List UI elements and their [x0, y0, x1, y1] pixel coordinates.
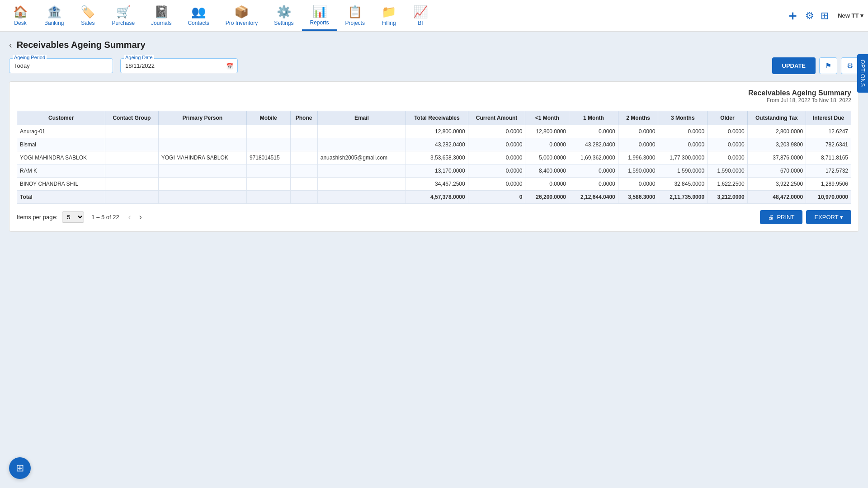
settings-icon: ⚙️: [277, 5, 291, 19]
table-cell: 3,922.2500: [747, 178, 806, 191]
nav-item-settings[interactable]: ⚙️ Settings: [266, 1, 302, 30]
table-cell: [317, 125, 406, 138]
tenant-selector[interactable]: New TT ▾: [838, 12, 863, 19]
table-cell: 2,800.0000: [747, 125, 806, 138]
table-cell: 9718014515: [246, 151, 290, 164]
table-cell: 0.0000: [468, 151, 525, 164]
total-receivables-val: 4,57,378.0000: [406, 191, 468, 204]
nav-item-desk[interactable]: 🏠 Desk: [5, 1, 36, 30]
table-cell: 0.0000: [569, 178, 618, 191]
table-cell: 12,800.0000: [525, 125, 569, 138]
nav-item-filling[interactable]: 📁 Filling: [373, 1, 405, 30]
total-interest-due-val: 10,970.0000: [806, 191, 851, 204]
desk-icon: 🏠: [13, 5, 28, 19]
total-email: [317, 191, 406, 204]
contacts-icon: 👥: [191, 5, 206, 19]
items-per-page-select[interactable]: 5 10 25: [62, 211, 84, 223]
top-navigation: 🏠 Desk 🏦 Banking 🏷️ Sales 🛒 Purchase 📓 J…: [0, 0, 868, 32]
col-header-interest-due: Interest Due: [806, 111, 851, 125]
table-row: RAM K13,170.00000.00008,400.00000.00001,…: [17, 164, 851, 178]
table-cell: YOGI MAHINDRA SABLOK: [158, 151, 246, 164]
sales-icon: 🏷️: [80, 5, 95, 19]
table-cell: [246, 125, 290, 138]
table-cell: [317, 164, 406, 178]
nav-label-projects: Projects: [345, 20, 365, 26]
table-cell: 0.0000: [468, 178, 525, 191]
calendar-icon[interactable]: 📅: [226, 62, 233, 69]
next-page-button[interactable]: ›: [137, 212, 144, 222]
ageing-date-label: Ageing Date: [124, 55, 154, 60]
table-cell: 0.0000: [618, 138, 658, 151]
add-button[interactable]: ＋: [786, 7, 799, 24]
table-cell: RAM K: [17, 164, 105, 178]
report-title: Receivables Ageing Summary: [17, 89, 851, 97]
table-cell: [290, 164, 317, 178]
nav-label-sales: Sales: [81, 20, 94, 26]
grid-view-icon[interactable]: ⊞: [821, 10, 829, 22]
table-cell: [317, 138, 406, 151]
page-info: 1 – 5 of 22: [91, 214, 119, 221]
nav-item-journals[interactable]: 📓 Journals: [143, 1, 179, 30]
update-button[interactable]: UPDATE: [772, 57, 816, 74]
nav-item-projects[interactable]: 📋 Projects: [337, 1, 373, 30]
table-cell: 0.0000: [569, 125, 618, 138]
print-button[interactable]: 🖨 PRINT: [760, 210, 802, 224]
nav-item-sales[interactable]: 🏷️ Sales: [72, 1, 104, 30]
nav-item-pro-inventory[interactable]: 📦 Pro Inventory: [217, 1, 266, 30]
export-actions: 🖨 PRINT EXPORT ▾: [760, 210, 851, 224]
nav-label-journals: Journals: [151, 20, 171, 26]
col-header-mobile: Mobile: [246, 111, 290, 125]
banking-icon: 🏦: [47, 5, 61, 19]
nav-item-contacts[interactable]: 👥 Contacts: [179, 1, 217, 30]
receivables-table: Customer Contact Group Primary Person Mo…: [17, 111, 851, 204]
ageing-date-input[interactable]: [120, 58, 238, 73]
nav-label-bi: BI: [418, 20, 423, 26]
reports-icon: 📊: [312, 5, 327, 19]
settings-gear-icon[interactable]: ⚙: [805, 10, 814, 22]
prev-page-button[interactable]: ‹: [127, 212, 133, 222]
filter-icon-button[interactable]: ⚑: [819, 57, 837, 74]
table-cell: [290, 125, 317, 138]
table-cell: 13,170.0000: [406, 164, 468, 178]
ageing-period-filter: Ageing Period Today: [9, 58, 113, 73]
nav-item-bi[interactable]: 📈 BI: [405, 1, 436, 30]
nav-label-purchase: Purchase: [112, 20, 135, 26]
export-button[interactable]: EXPORT ▾: [806, 210, 851, 224]
nav-label-banking: Banking: [44, 20, 64, 26]
table-cell: 8,711.8165: [806, 151, 851, 164]
table-cell: [290, 138, 317, 151]
table-cell: [158, 125, 246, 138]
col-header-lt1month: <1 Month: [525, 111, 569, 125]
table-cell: 1,590.0000: [618, 164, 658, 178]
col-header-customer: Customer: [17, 111, 105, 125]
table-cell: 12,800.0000: [406, 125, 468, 138]
options-tab[interactable]: OPTIONS: [857, 54, 868, 93]
back-button[interactable]: ‹: [9, 40, 12, 50]
table-cell: 1,77,300.0000: [658, 151, 708, 164]
nav-label-filling: Filling: [382, 20, 396, 26]
table-cell: 32,845.0000: [658, 178, 708, 191]
table-cell: 12.6247: [806, 125, 851, 138]
nav-item-reports[interactable]: 📊 Reports: [302, 1, 337, 31]
table-cell: [246, 164, 290, 178]
table-cell: 3,53,658.3000: [406, 151, 468, 164]
total-label: Total: [17, 191, 105, 204]
total-phone: [290, 191, 317, 204]
table-cell: [105, 164, 159, 178]
table-cell: [317, 178, 406, 191]
table-cell: BINOY CHANDRA SHIL: [17, 178, 105, 191]
nav-item-purchase[interactable]: 🛒 Purchase: [104, 1, 143, 30]
filling-icon: 📁: [382, 5, 396, 19]
table-cell: [105, 125, 159, 138]
settings-icon-button[interactable]: ⚙: [841, 57, 859, 74]
table-cell: [158, 138, 246, 151]
table-cell: 0.0000: [618, 178, 658, 191]
ageing-period-select[interactable]: Today: [9, 58, 113, 73]
pro-inventory-icon: 📦: [234, 5, 249, 19]
table-cell: Anurag-01: [17, 125, 105, 138]
table-cell: 1,69,362.0000: [569, 151, 618, 164]
col-header-phone: Phone: [290, 111, 317, 125]
table-cell: 1,622.2500: [708, 178, 748, 191]
nav-item-banking[interactable]: 🏦 Banking: [36, 1, 72, 30]
table-row: BINOY CHANDRA SHIL34,467.25000.00000.000…: [17, 178, 851, 191]
